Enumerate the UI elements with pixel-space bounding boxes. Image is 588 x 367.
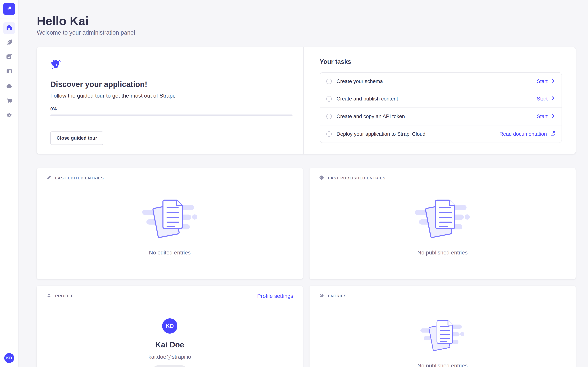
task-row-deploy-cloud[interactable]: Deploy your application to Strapi Cloud … (320, 125, 562, 143)
task-row-publish-content[interactable]: Create and publish content Start (320, 90, 562, 108)
feather-icon (6, 38, 13, 47)
strapi-logo[interactable] (3, 3, 15, 15)
sidebar-item-media-library[interactable] (3, 51, 15, 63)
task-label: Create and copy an API token (337, 113, 405, 119)
task-action-label: Read documentation (500, 131, 547, 137)
card-label: PROFILE (55, 293, 74, 299)
check-circle-icon (319, 175, 324, 182)
empty-caption: No published entries (417, 362, 468, 367)
close-guided-tour-button[interactable]: Close guided tour (50, 132, 104, 145)
task-status-circle-icon (326, 79, 332, 84)
sidebar: KD (0, 0, 19, 367)
chevron-right-icon (551, 78, 555, 84)
card-header: LAST PUBLISHED ENTRIES (310, 168, 576, 182)
task-status-circle-icon (326, 96, 332, 101)
task-status-circle-icon (326, 131, 332, 137)
task-action-label: Start (537, 78, 548, 84)
task-action-label: Start (537, 113, 548, 119)
task-read-documentation-link[interactable]: Read documentation (500, 131, 555, 137)
strapi-admin-dashboard: KD Hello Kai Welcome to your administrat… (0, 0, 588, 367)
task-row-create-schema[interactable]: Create your schema Start (320, 73, 562, 90)
profile-card: PROFILE Profile settings KD Kai Doe kai.… (37, 286, 303, 367)
sidebar-item-content-type-builder[interactable] (3, 66, 15, 78)
chevron-right-icon (551, 96, 555, 102)
cart-icon (6, 97, 13, 106)
empty-documents-illustration (420, 318, 465, 355)
discover-section: Discover your application! Follow the gu… (37, 47, 303, 154)
progress-bar (50, 115, 293, 116)
task-row-api-token[interactable]: Create and copy an API token Start (320, 108, 562, 125)
home-icon (6, 24, 13, 33)
profile-email: kai.doe@strapi.io (148, 353, 191, 360)
last-published-entries-card: LAST PUBLISHED ENTRIES (310, 168, 576, 279)
gear-icon (6, 112, 13, 121)
empty-documents-illustration (415, 197, 470, 242)
sidebar-item-cloud[interactable] (3, 81, 15, 93)
sidebar-item-marketplace[interactable] (3, 95, 15, 108)
guided-tour-panel: Discover your application! Follow the gu… (37, 47, 576, 154)
sidebar-item-home[interactable] (3, 22, 15, 34)
profile-body: KD Kai Doe kai.doe@strapi.io (37, 299, 303, 367)
strapi-logo-icon (6, 5, 13, 13)
sidebar-item-content-manager[interactable] (3, 37, 15, 49)
empty-state: No published entries (310, 299, 576, 367)
external-link-icon (550, 131, 555, 137)
layout-icon (6, 68, 13, 76)
empty-documents-illustration (142, 197, 198, 242)
card-label: LAST EDITED ENTRIES (55, 175, 104, 181)
tasks-list: Create your schema Start Create and publ… (320, 72, 562, 143)
pie-chart-icon (319, 292, 324, 299)
profile-name: Kai Doe (156, 340, 184, 350)
page-title: Hello Kai (37, 14, 576, 28)
user-icon (46, 292, 52, 299)
empty-state: No edited entries (37, 197, 303, 256)
logo-section (0, 0, 18, 18)
empty-caption: No published entries (417, 249, 468, 256)
task-label: Deploy your application to Strapi Cloud (337, 131, 425, 137)
tasks-section: Your tasks Create your schema Start (304, 47, 576, 154)
profile-settings-link[interactable]: Profile settings (257, 293, 293, 299)
role-badge (153, 365, 187, 367)
pictures-icon (6, 53, 13, 62)
user-avatar[interactable]: KD (4, 353, 14, 363)
page-subtitle: Welcome to your administration panel (37, 29, 576, 36)
discover-title: Discover your application! (50, 80, 292, 89)
task-label: Create and publish content (337, 96, 398, 102)
chevron-right-icon (551, 113, 555, 119)
sidebar-item-settings[interactable] (3, 110, 15, 122)
pencil-icon (46, 175, 52, 182)
sidebar-nav (3, 18, 15, 122)
widgets-row-2: PROFILE Profile settings KD Kai Doe kai.… (37, 286, 576, 367)
tasks-title: Your tasks (320, 58, 562, 66)
main-content: Hello Kai Welcome to your administration… (18, 0, 588, 367)
widgets-row-1: LAST EDITED ENTRIES (37, 168, 576, 279)
card-header: ENTRIES (310, 286, 576, 300)
empty-state: No published entries (310, 197, 576, 256)
task-action-label: Start (537, 96, 548, 102)
task-start-link[interactable]: Start (537, 78, 555, 84)
progress-label: 0% (50, 107, 292, 112)
task-start-link[interactable]: Start (537, 113, 555, 119)
waving-hand-icon (50, 65, 62, 71)
sidebar-footer: KD (0, 349, 18, 367)
profile-avatar: KD (162, 318, 177, 334)
discover-description: Follow the guided tour to get the most o… (50, 92, 292, 99)
last-edited-entries-card: LAST EDITED ENTRIES (37, 168, 303, 279)
task-status-circle-icon (326, 114, 332, 119)
card-label: LAST PUBLISHED ENTRIES (328, 175, 385, 181)
card-header: LAST EDITED ENTRIES (37, 168, 303, 182)
entries-card: ENTRIES (310, 286, 576, 367)
task-start-link[interactable]: Start (537, 96, 555, 102)
empty-caption: No edited entries (149, 249, 190, 256)
card-header: PROFILE Profile settings (37, 286, 303, 300)
card-label: ENTRIES (328, 293, 346, 299)
task-label: Create your schema (337, 78, 383, 84)
cloud-icon (6, 82, 13, 91)
